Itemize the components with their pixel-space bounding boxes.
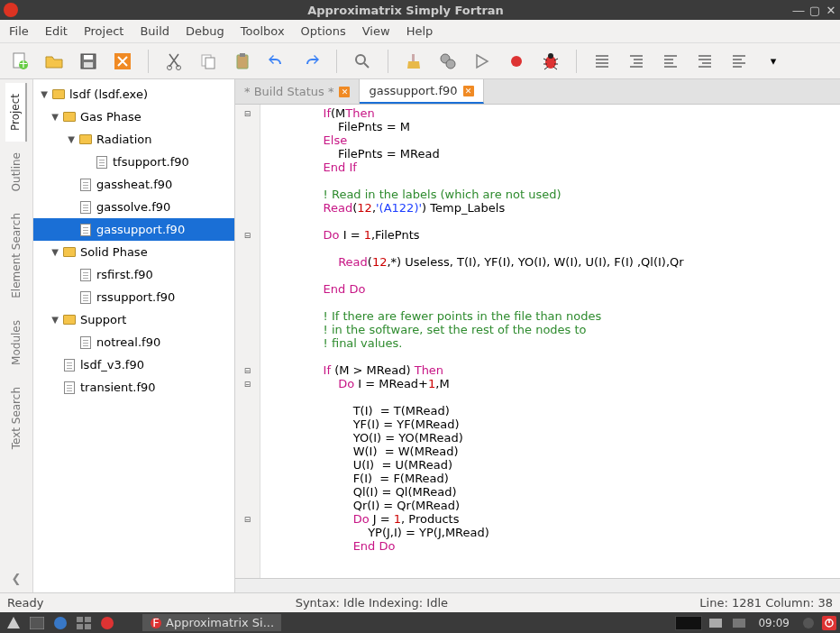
menu-help[interactable]: Help bbox=[406, 24, 434, 38]
code-line[interactable]: F(I) = F(MRead) bbox=[278, 472, 840, 485]
debug-bug-icon[interactable] bbox=[540, 50, 562, 72]
minimize-button[interactable]: ― bbox=[793, 5, 804, 15]
paste-icon[interactable] bbox=[232, 50, 253, 72]
tray-icon-2[interactable] bbox=[729, 615, 749, 631]
code-line[interactable]: ! If there are fewer points in the file … bbox=[278, 309, 840, 323]
tray-icon-1[interactable] bbox=[706, 615, 726, 631]
tree-folder[interactable]: ▼Gas Phase bbox=[33, 106, 234, 128]
code-line[interactable]: Read(12,'(A122)') Temp_Labels bbox=[278, 201, 840, 215]
code-line[interactable] bbox=[278, 390, 840, 404]
taskbar-task-button[interactable]: F Approximatrix Si... bbox=[142, 614, 281, 631]
side-tab-text-search[interactable]: Text Search bbox=[6, 376, 26, 460]
run-icon[interactable] bbox=[471, 50, 493, 72]
menu-debug[interactable]: Debug bbox=[186, 24, 224, 38]
code-line[interactable]: Ql(I) = Ql(MRead) bbox=[278, 485, 840, 499]
cut-icon[interactable] bbox=[163, 50, 185, 72]
indent-center-icon[interactable] bbox=[660, 50, 681, 72]
code-editor[interactable]: If(MThen FilePnts = M Else FilePnts = MR… bbox=[260, 105, 840, 578]
menu-build[interactable]: Build bbox=[140, 24, 169, 38]
code-line[interactable] bbox=[278, 553, 840, 566]
code-line[interactable]: Else bbox=[278, 133, 840, 147]
tab-close-icon[interactable]: ✕ bbox=[463, 86, 474, 96]
code-line[interactable]: Do I = 1,FilePnts bbox=[278, 228, 840, 242]
tree-file[interactable]: tfsupport.f90 bbox=[33, 151, 234, 173]
redo-icon[interactable] bbox=[300, 50, 322, 72]
tree-folder[interactable]: ▼Radiation bbox=[33, 128, 234, 151]
show-desktop-icon[interactable] bbox=[27, 615, 47, 631]
tree-file[interactable]: lsdf_v3.f90 bbox=[33, 353, 234, 376]
menu-file[interactable]: File bbox=[9, 24, 29, 38]
tab-close-icon[interactable]: ✕ bbox=[339, 87, 350, 97]
code-line[interactable]: YF(I) = YF(MRead) bbox=[278, 417, 840, 431]
code-line[interactable]: End Do bbox=[278, 539, 840, 553]
start-menu-icon[interactable] bbox=[4, 615, 23, 631]
clean-icon[interactable] bbox=[403, 50, 425, 72]
code-line[interactable]: ! in the software, set the rest of the n… bbox=[278, 323, 840, 336]
code-line[interactable] bbox=[278, 242, 840, 255]
tree-expand-icon[interactable]: ▼ bbox=[66, 134, 77, 144]
close-window-button[interactable]: ✕ bbox=[826, 5, 836, 15]
side-tab-project[interactable]: Project bbox=[5, 83, 27, 142]
code-line[interactable]: Qr(I) = Qr(MRead) bbox=[278, 499, 840, 512]
editor-tab[interactable]: * Build Status *✕ bbox=[235, 79, 360, 104]
fold-gutter[interactable]: ⊟⊟⊟⊟⊟ bbox=[235, 105, 260, 578]
side-tab-outline[interactable]: Outline bbox=[6, 142, 26, 202]
maximize-button[interactable]: ▢ bbox=[809, 5, 820, 15]
app-launcher-icon[interactable] bbox=[97, 615, 117, 631]
taskbar-clock[interactable]: 09:09 bbox=[753, 617, 795, 629]
code-line[interactable]: FilePnts = M bbox=[278, 120, 840, 133]
editor-tab[interactable]: gassupport.f90✕ bbox=[360, 79, 483, 104]
code-line[interactable]: ! final values. bbox=[278, 336, 840, 350]
tree-folder[interactable]: ▼Support bbox=[33, 308, 234, 331]
tree-expand-icon[interactable]: ▼ bbox=[39, 89, 50, 99]
code-line[interactable]: Do J = 1, Products bbox=[278, 512, 840, 526]
tree-expand-icon[interactable]: ▼ bbox=[50, 315, 60, 325]
code-line[interactable] bbox=[278, 269, 840, 282]
code-line[interactable]: End Do bbox=[278, 282, 840, 296]
undo-icon[interactable] bbox=[266, 50, 288, 72]
tree-file[interactable]: gassolve.f90 bbox=[33, 196, 234, 218]
menu-toolbox[interactable]: Toolbox bbox=[241, 24, 285, 38]
code-line[interactable] bbox=[278, 350, 840, 363]
indent-left-icon[interactable] bbox=[625, 50, 647, 72]
code-line[interactable]: T(I) = T(MRead) bbox=[278, 404, 840, 417]
fold-marker[interactable]: ⊟ bbox=[235, 512, 260, 526]
code-line[interactable]: YO(I) = YO(MRead) bbox=[278, 431, 840, 445]
tree-expand-icon[interactable]: ▼ bbox=[50, 112, 60, 122]
system-monitor-icon[interactable] bbox=[675, 616, 702, 630]
code-line[interactable] bbox=[278, 215, 840, 228]
code-line[interactable] bbox=[278, 296, 840, 309]
tree-file[interactable]: rssupport.f90 bbox=[33, 286, 234, 308]
indent-right-icon[interactable] bbox=[694, 50, 716, 72]
code-line[interactable]: YP(J,I) = YP(J,MRead) bbox=[278, 526, 840, 539]
fold-marker[interactable]: ⊟ bbox=[235, 106, 260, 120]
code-line[interactable]: U(I) = U(MRead) bbox=[278, 458, 840, 472]
code-line[interactable]: End If bbox=[278, 161, 840, 174]
code-line[interactable]: Read(12,*) Useless, T(I), YF(I), YO(I), … bbox=[278, 255, 840, 269]
code-line[interactable]: Do I = MRead+1,M bbox=[278, 377, 840, 390]
side-tab-chevron-icon[interactable]: ❮ bbox=[12, 564, 22, 592]
code-line[interactable]: If (M > MRead) Then bbox=[278, 363, 840, 377]
new-file-icon[interactable]: + bbox=[9, 50, 31, 72]
tree-file[interactable]: gassupport.f90 bbox=[33, 218, 234, 241]
build-icon[interactable] bbox=[437, 50, 459, 72]
copy-icon[interactable] bbox=[197, 50, 219, 72]
code-line[interactable]: FilePnts = MRead bbox=[278, 147, 840, 161]
close-file-icon[interactable] bbox=[112, 50, 133, 72]
tree-folder[interactable]: ▼lsdf (lsdf.exe) bbox=[33, 83, 234, 106]
horizontal-scrollbar[interactable] bbox=[235, 578, 840, 592]
fold-marker[interactable]: ⊟ bbox=[235, 377, 260, 390]
menu-options[interactable]: Options bbox=[301, 24, 346, 38]
menu-project[interactable]: Project bbox=[84, 24, 123, 38]
side-tab-element-search[interactable]: Element Search bbox=[6, 202, 26, 309]
windows-icon[interactable] bbox=[74, 615, 94, 631]
menu-view[interactable]: View bbox=[362, 24, 390, 38]
outdent-icon[interactable] bbox=[591, 50, 613, 72]
tree-expand-icon[interactable]: ▼ bbox=[50, 247, 60, 257]
toolbar-dropdown-icon[interactable]: ▾ bbox=[762, 50, 784, 72]
open-file-icon[interactable] bbox=[43, 50, 65, 72]
tree-file[interactable]: rsfirst.f90 bbox=[33, 263, 234, 286]
power-button-icon[interactable] bbox=[822, 616, 836, 630]
record-icon[interactable] bbox=[506, 50, 527, 72]
code-line[interactable]: ! Read in the labels (which are not used… bbox=[278, 188, 840, 201]
